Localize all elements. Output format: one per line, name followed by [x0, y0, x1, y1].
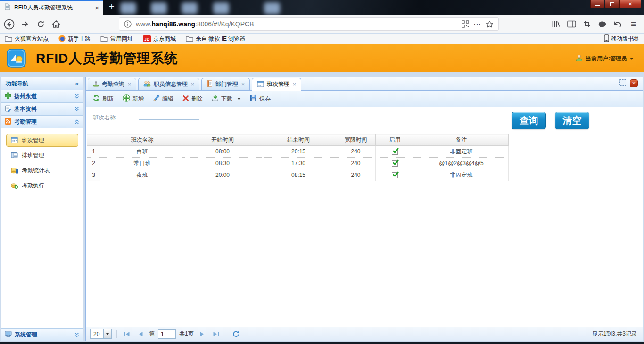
- bookmark-item[interactable]: 常用网址: [100, 35, 133, 43]
- reload-icon[interactable]: [37, 20, 45, 28]
- home-icon[interactable]: [52, 20, 60, 28]
- collapse-sidebar-icon[interactable]: «: [75, 80, 79, 87]
- url-bar[interactable]: www.hanqi86.wang:8006/#!/Kq/KQPCB ⋯: [119, 17, 499, 31]
- app-title: RFID人员考勤管理系统: [36, 50, 178, 67]
- bookmarks-bar: 火狐官方站点 新手上路 常用网址 JD 京东商城 来自 微软 IE 浏览器 移动…: [0, 34, 644, 44]
- next-page-button[interactable]: [197, 329, 207, 339]
- table-row[interactable]: 1 白班 08:00 20:15 240 非固定班: [87, 146, 509, 158]
- enabled-checkbox-icon[interactable]: [392, 149, 398, 155]
- forward-icon[interactable]: [21, 20, 29, 28]
- bookmark-item[interactable]: 来自 微软 IE 浏览器: [186, 35, 245, 43]
- desktop-icon-blob: [213, 2, 229, 14]
- sidebar-toggle-icon[interactable]: [567, 20, 576, 28]
- current-user-menu[interactable]: 当前用户:管理员: [576, 54, 634, 63]
- col-end-time: 结束时间: [261, 134, 336, 146]
- edit-button[interactable]: 编辑: [149, 92, 177, 105]
- desktop-icon-blob: [264, 2, 280, 14]
- chevron-double-down-icon: [74, 332, 80, 338]
- tab-staff-info[interactable]: 职员信息管理 ×: [138, 78, 199, 91]
- table-row[interactable]: 3 夜班 20:00 08:15 240 非固定班: [87, 169, 509, 181]
- chat-bubble-icon[interactable]: [598, 21, 607, 28]
- sidebar-item-shift-management[interactable]: 班次管理: [6, 134, 78, 147]
- pencil-icon: [153, 94, 160, 103]
- add-button[interactable]: 新增: [119, 92, 147, 105]
- bookmark-star-icon[interactable]: [486, 20, 494, 28]
- download-button[interactable]: 下载: [208, 92, 244, 105]
- phone-icon: [604, 34, 609, 43]
- query-button[interactable]: 查询: [512, 112, 546, 129]
- sidebar-group-basic-data[interactable]: 基本资料: [1, 103, 83, 116]
- enabled-checkbox-icon[interactable]: [392, 172, 398, 178]
- tabstrip-controls: ✕: [619, 79, 643, 90]
- page-size-select[interactable]: 20: [90, 329, 112, 339]
- sidebar-item-attendance-stats[interactable]: 考勤统计表: [6, 164, 78, 177]
- tab-close-icon[interactable]: ×: [128, 81, 131, 88]
- sidebar-item-attendance-exec[interactable]: 考勤执行: [6, 179, 78, 192]
- browser-tab[interactable]: RFID人员考勤管理系统 ×: [0, 0, 103, 15]
- first-page-button[interactable]: [122, 329, 132, 339]
- schedule-table-icon: [11, 151, 18, 160]
- undo-icon[interactable]: [613, 20, 622, 28]
- tab-attendance-query[interactable]: 考勤查询 ×: [88, 78, 136, 91]
- download-icon: [212, 94, 219, 103]
- tab-close-icon[interactable]: ×: [241, 81, 245, 88]
- tab-department[interactable]: 部门管理 ×: [201, 78, 250, 91]
- page-number-input[interactable]: [158, 329, 176, 339]
- col-grace-time: 宽限时间: [336, 134, 376, 146]
- app-window: RFID人员考勤管理系统 × + ✕ www.hanqi86.wang:8006…: [0, 0, 644, 344]
- shift-name-input[interactable]: [139, 110, 199, 120]
- prev-page-button[interactable]: [135, 329, 146, 339]
- screenshot-icon[interactable]: [583, 20, 591, 28]
- tab-close-icon[interactable]: ×: [95, 4, 99, 11]
- select-dropdown-icon[interactable]: [103, 329, 111, 338]
- clear-button[interactable]: 清空: [555, 112, 589, 129]
- desktop-icon-blob: [151, 2, 167, 14]
- shift-name-label: 班次名称: [93, 114, 116, 122]
- mobile-bookmarks-item[interactable]: 移动版书签: [604, 34, 639, 43]
- last-page-button[interactable]: [211, 329, 221, 339]
- page-actions-icon[interactable]: ⋯: [473, 20, 481, 29]
- delete-button[interactable]: 删除: [179, 93, 206, 105]
- back-icon[interactable]: [4, 19, 15, 30]
- browser-titlebar: RFID人员考勤管理系统 × + ✕: [0, 0, 644, 15]
- browser-tab-title: RFID人员考勤管理系统: [14, 4, 91, 12]
- qr-code-icon[interactable]: [462, 20, 469, 28]
- col-shift-name: 班次名称: [100, 134, 184, 146]
- refresh-icon: [92, 94, 100, 103]
- tab-shift-management[interactable]: 班次管理 ×: [252, 78, 301, 91]
- menu-icon[interactable]: ≡: [631, 19, 636, 29]
- reload-grid-icon[interactable]: [231, 329, 241, 339]
- col-start-time: 开始时间: [184, 134, 261, 146]
- rss-icon: [5, 118, 11, 126]
- sidebar-item-scheduling[interactable]: 排班管理: [6, 149, 78, 162]
- page-favicon-icon: [4, 3, 11, 12]
- chevron-double-down-icon: [74, 106, 80, 112]
- bookmark-item[interactable]: 火狐官方站点: [5, 35, 49, 43]
- puzzle-icon: [5, 92, 11, 101]
- site-info-icon[interactable]: [124, 20, 132, 28]
- col-enabled: 启用: [376, 134, 414, 146]
- sidebar-group-attendance[interactable]: 考勤管理: [1, 116, 83, 128]
- save-button[interactable]: 保存: [247, 92, 274, 105]
- window-close-button[interactable]: ✕: [619, 0, 641, 8]
- tab-close-icon[interactable]: ×: [191, 81, 194, 88]
- fullscreen-icon[interactable]: [619, 79, 627, 88]
- library-icon[interactable]: [552, 20, 561, 28]
- sidebar-submenu: 班次管理 排班管理 考勤统计表 考勤执行: [1, 128, 83, 329]
- folder-icon: [186, 35, 193, 43]
- enabled-checkbox-icon[interactable]: [392, 160, 398, 167]
- close-panel-icon[interactable]: ✕: [630, 79, 638, 87]
- window-maximize-button[interactable]: [605, 0, 619, 8]
- col-note: 备注: [414, 134, 509, 146]
- computer-icon: [5, 331, 12, 339]
- bookmark-item[interactable]: 新手上路: [58, 35, 91, 43]
- table-row[interactable]: 2 常日班 08:30 17:30 240 @1@2@3@4@5: [87, 158, 509, 169]
- tab-close-icon[interactable]: ×: [293, 81, 296, 88]
- sidebar-group-system[interactable]: 系统管理: [1, 328, 83, 341]
- new-tab-button[interactable]: +: [109, 1, 115, 12]
- sidebar-group-yangzhou[interactable]: 扬州永道: [1, 90, 83, 103]
- refresh-button[interactable]: 刷新: [89, 92, 117, 105]
- record-count-status: 显示1到3,共3记录: [592, 330, 638, 338]
- bookmark-item[interactable]: JD 京东商城: [143, 35, 176, 43]
- window-minimize-button[interactable]: [590, 0, 604, 8]
